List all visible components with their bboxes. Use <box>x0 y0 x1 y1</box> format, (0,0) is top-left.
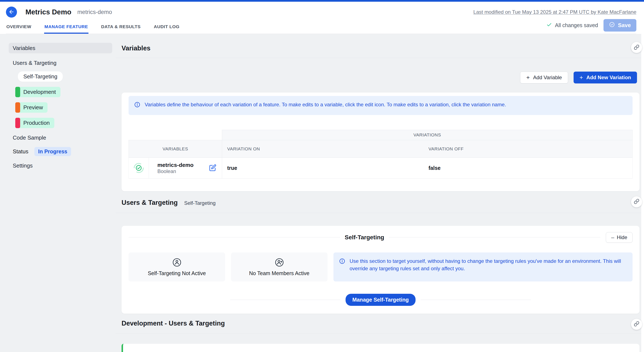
sidebar-item-code-sample[interactable]: Code Sample <box>9 135 112 141</box>
sidebar-item-preview[interactable]: Preview <box>15 102 48 113</box>
user-plus-icon <box>274 258 284 268</box>
self-targeting-card: Self-Targeting – Hide Self-Targeting Not… <box>122 226 640 314</box>
sidebar-item-users-targeting[interactable]: Users & Targeting <box>9 60 112 66</box>
top-accent-bar <box>0 0 644 2</box>
page-subtitle: metrics-demo <box>77 9 112 15</box>
page-header: Metrics Demo metrics-demo Last modified … <box>0 2 644 34</box>
column-header-variation-on: VARIATION ON <box>222 140 427 158</box>
environment-color-swatch <box>15 118 20 128</box>
user-icon <box>172 258 182 268</box>
variation-off-value: false <box>427 158 632 178</box>
plus-icon: + <box>526 75 530 80</box>
tab-data-results[interactable]: DATA & RESULTS <box>101 20 141 34</box>
manage-self-targeting-button[interactable]: Manage Self-Targeting <box>346 294 416 306</box>
sidebar-item-variables[interactable]: Variables <box>9 43 112 53</box>
link-icon <box>634 44 639 51</box>
variables-info-banner: Variables define the behaviour of each v… <box>128 96 632 115</box>
check-icon <box>546 22 552 29</box>
section-link-button[interactable] <box>631 196 642 207</box>
tab-audit-log[interactable]: AUDIT LOG <box>153 20 180 34</box>
info-icon <box>134 101 140 110</box>
variables-card: Variables define the behaviour of each v… <box>122 93 640 191</box>
edit-icon <box>209 164 216 172</box>
save-status: All changes saved <box>546 22 598 29</box>
save-button[interactable]: Save <box>604 19 636 31</box>
self-targeting-card-title: Self-Targeting <box>340 234 389 241</box>
development-section-title: Development - Users & Targeting <box>122 320 225 327</box>
users-targeting-section-title: Users & Targeting <box>122 199 178 206</box>
status-badge: In Progress <box>34 147 71 156</box>
back-button[interactable] <box>6 6 17 17</box>
sidebar-item-self-targeting[interactable]: Self-Targeting <box>18 71 63 82</box>
arrow-left-icon <box>8 9 14 15</box>
sidebar-item-status[interactable]: Status <box>13 148 28 155</box>
hide-button[interactable]: – Hide <box>606 232 632 243</box>
column-header-variation-off: VARIATION OFF <box>427 140 632 158</box>
variable-status-icon <box>128 158 149 178</box>
sidebar-item-settings[interactable]: Settings <box>9 163 112 169</box>
table-row: metrics-demo Boolean <box>149 158 222 178</box>
plus-icon: + <box>580 75 583 80</box>
team-members-status-box: No Team Members Active <box>231 252 328 281</box>
sidebar-item-production[interactable]: Production <box>15 118 54 128</box>
team-members-status-label: No Team Members Active <box>249 270 309 276</box>
link-icon <box>634 321 639 327</box>
variable-type: Boolean <box>158 168 194 174</box>
variation-on-value: true <box>222 158 427 178</box>
variable-name[interactable]: metrics-demo <box>158 162 194 168</box>
add-new-variation-button[interactable]: + Add New Variation <box>574 72 637 83</box>
tab-overview[interactable]: OVERVIEW <box>6 20 32 34</box>
sidebar-item-development[interactable]: Development <box>15 87 60 97</box>
sidebar: Variables Users & Targeting Self-Targeti… <box>0 34 116 352</box>
minus-icon: – <box>611 235 614 240</box>
environment-color-swatch <box>15 87 20 97</box>
self-targeting-info-banner: Use this section to target yourself, wit… <box>334 252 632 281</box>
add-variable-button[interactable]: + Add Variable <box>520 72 568 83</box>
self-targeting-status-box: Self-Targeting Not Active <box>128 252 225 281</box>
variables-section-title: Variables <box>122 44 150 52</box>
self-targeting-status-label: Self-Targeting Not Active <box>148 270 206 276</box>
environment-color-swatch <box>15 102 20 113</box>
link-icon <box>634 199 639 205</box>
main-content: Variables + Add Variable + Add New Varia… <box>116 34 641 352</box>
edit-variable-button[interactable] <box>209 164 216 172</box>
variations-header: VARIATIONS <box>222 130 632 140</box>
info-icon <box>339 258 345 266</box>
section-link-button[interactable] <box>631 319 642 330</box>
variables-table: VARIATIONS VARIABLES VARIATION ON VARIAT… <box>128 130 632 178</box>
tab-bar: OVERVIEW MANAGE FEATURE DATA & RESULTS A… <box>6 20 180 34</box>
development-targeting-card: Targeting ON Use targeting rules to conf… <box>122 344 640 352</box>
circle-check-icon <box>609 22 615 29</box>
section-link-button[interactable] <box>631 42 642 53</box>
last-modified-link[interactable]: Last modified on Tue May 13 2025 at 2:47… <box>474 9 636 15</box>
column-header-variables: VARIABLES <box>128 140 222 158</box>
tab-manage-feature[interactable]: MANAGE FEATURE <box>44 20 88 34</box>
page-title: Metrics Demo <box>26 8 71 16</box>
users-targeting-section-subtitle: Self-Targeting <box>184 200 216 206</box>
